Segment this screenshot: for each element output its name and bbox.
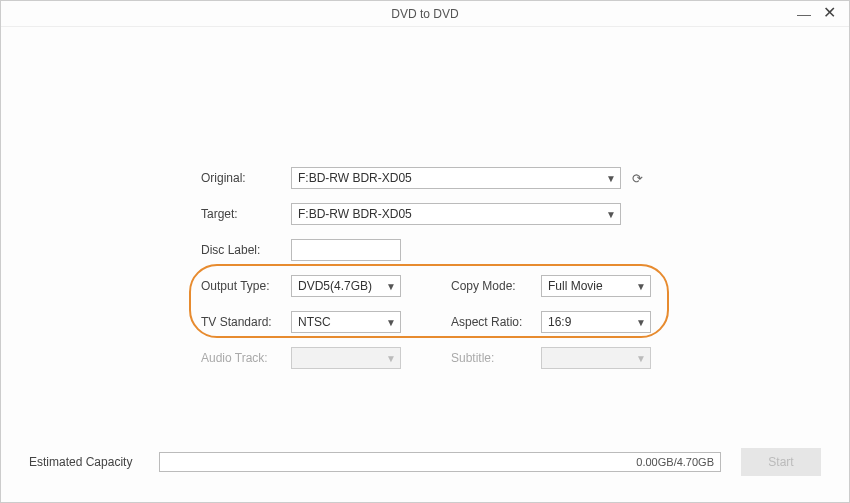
minimize-button[interactable]: — <box>797 7 811 21</box>
chevron-down-icon: ▼ <box>386 317 396 328</box>
copy-mode-select[interactable]: Full Movie ▼ <box>541 275 651 297</box>
original-value: F:BD-RW BDR-XD05 <box>298 171 412 185</box>
window-title: DVD to DVD <box>391 7 458 21</box>
audio-track-label: Audio Track: <box>201 351 291 365</box>
chevron-down-icon: ▼ <box>636 353 646 364</box>
subtitle-select: ▼ <box>541 347 651 369</box>
tv-standard-select[interactable]: NTSC ▼ <box>291 311 401 333</box>
start-button: Start <box>741 448 821 476</box>
aspect-ratio-select[interactable]: 16:9 ▼ <box>541 311 651 333</box>
chevron-down-icon: ▼ <box>606 209 616 220</box>
content-area: Original: F:BD-RW BDR-XD05 ▼ ⟳ Target: F… <box>1 27 849 502</box>
chevron-down-icon: ▼ <box>636 317 646 328</box>
row-audio-subtitle: Audio Track: ▼ Subtitle: ▼ <box>201 347 661 369</box>
tv-standard-label: TV Standard: <box>201 315 291 329</box>
target-value: F:BD-RW BDR-XD05 <box>298 207 412 221</box>
copy-mode-label: Copy Mode: <box>451 279 541 293</box>
capacity-text: 0.00GB/4.70GB <box>636 456 714 468</box>
settings-form: Original: F:BD-RW BDR-XD05 ▼ ⟳ Target: F… <box>201 167 661 383</box>
chevron-down-icon: ▼ <box>386 281 396 292</box>
aspect-ratio-label: Aspect Ratio: <box>451 315 541 329</box>
target-select[interactable]: F:BD-RW BDR-XD05 ▼ <box>291 203 621 225</box>
copy-mode-value: Full Movie <box>548 279 603 293</box>
subtitle-label: Subtitle: <box>451 351 541 365</box>
footer: Estimated Capacity 0.00GB/4.70GB Start <box>29 448 821 476</box>
row-target: Target: F:BD-RW BDR-XD05 ▼ <box>201 203 661 225</box>
aspect-ratio-value: 16:9 <box>548 315 571 329</box>
chevron-down-icon: ▼ <box>386 353 396 364</box>
target-label: Target: <box>201 207 291 221</box>
row-tv-aspect: TV Standard: NTSC ▼ Aspect Ratio: 16:9 ▼ <box>201 311 661 333</box>
titlebar: DVD to DVD — ✕ <box>1 1 849 27</box>
start-button-label: Start <box>768 455 793 469</box>
row-disc-label: Disc Label: <box>201 239 661 261</box>
capacity-bar: 0.00GB/4.70GB <box>159 452 721 472</box>
chevron-down-icon: ▼ <box>636 281 646 292</box>
output-type-label: Output Type: <box>201 279 291 293</box>
capacity-label: Estimated Capacity <box>29 455 159 469</box>
original-label: Original: <box>201 171 291 185</box>
tv-standard-value: NTSC <box>298 315 331 329</box>
disc-label-label: Disc Label: <box>201 243 291 257</box>
output-type-value: DVD5(4.7GB) <box>298 279 372 293</box>
app-window: DVD to DVD — ✕ Original: F:BD-RW BDR-XD0… <box>0 0 850 503</box>
row-original: Original: F:BD-RW BDR-XD05 ▼ ⟳ <box>201 167 661 189</box>
output-type-select[interactable]: DVD5(4.7GB) ▼ <box>291 275 401 297</box>
refresh-icon[interactable]: ⟳ <box>629 170 645 186</box>
original-select[interactable]: F:BD-RW BDR-XD05 ▼ <box>291 167 621 189</box>
row-output-copy: Output Type: DVD5(4.7GB) ▼ Copy Mode: Fu… <box>201 275 661 297</box>
close-button[interactable]: ✕ <box>821 5 837 21</box>
audio-track-select: ▼ <box>291 347 401 369</box>
disc-label-input[interactable] <box>291 239 401 261</box>
chevron-down-icon: ▼ <box>606 173 616 184</box>
